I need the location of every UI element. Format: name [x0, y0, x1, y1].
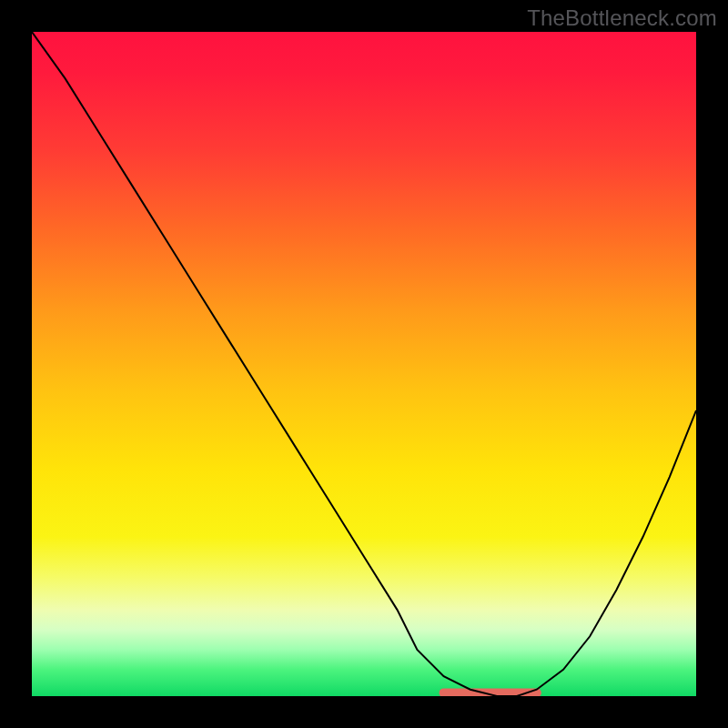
- plot-area: [32, 32, 696, 696]
- bottleneck-curve-line: [32, 32, 696, 696]
- chart-frame: TheBottleneck.com: [0, 0, 728, 728]
- curve-svg: [32, 32, 696, 696]
- watermark-text: TheBottleneck.com: [527, 5, 717, 31]
